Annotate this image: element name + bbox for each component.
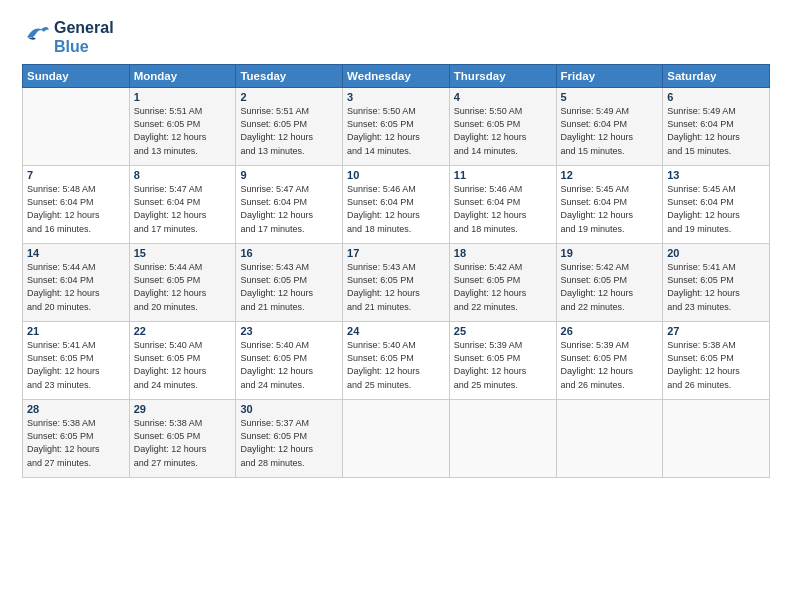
calendar-day-header: Tuesday (236, 65, 343, 88)
calendar-cell (449, 400, 556, 478)
day-number: 29 (134, 403, 232, 415)
day-info: Sunrise: 5:45 AM Sunset: 6:04 PM Dayligh… (667, 183, 765, 235)
day-number: 11 (454, 169, 552, 181)
calendar-cell: 27Sunrise: 5:38 AM Sunset: 6:05 PM Dayli… (663, 322, 770, 400)
calendar-week-row: 14Sunrise: 5:44 AM Sunset: 6:04 PM Dayli… (23, 244, 770, 322)
day-number: 3 (347, 91, 445, 103)
calendar-cell: 11Sunrise: 5:46 AM Sunset: 6:04 PM Dayli… (449, 166, 556, 244)
day-number: 18 (454, 247, 552, 259)
day-info: Sunrise: 5:38 AM Sunset: 6:05 PM Dayligh… (27, 417, 125, 469)
day-info: Sunrise: 5:42 AM Sunset: 6:05 PM Dayligh… (454, 261, 552, 313)
day-info: Sunrise: 5:41 AM Sunset: 6:05 PM Dayligh… (667, 261, 765, 313)
logo: General Blue (22, 18, 114, 56)
day-number: 14 (27, 247, 125, 259)
calendar-cell (556, 400, 663, 478)
day-info: Sunrise: 5:51 AM Sunset: 6:05 PM Dayligh… (240, 105, 338, 157)
day-info: Sunrise: 5:50 AM Sunset: 6:05 PM Dayligh… (454, 105, 552, 157)
calendar-week-row: 28Sunrise: 5:38 AM Sunset: 6:05 PM Dayli… (23, 400, 770, 478)
day-number: 15 (134, 247, 232, 259)
day-info: Sunrise: 5:47 AM Sunset: 6:04 PM Dayligh… (134, 183, 232, 235)
day-number: 21 (27, 325, 125, 337)
calendar-cell: 7Sunrise: 5:48 AM Sunset: 6:04 PM Daylig… (23, 166, 130, 244)
day-number: 7 (27, 169, 125, 181)
day-info: Sunrise: 5:37 AM Sunset: 6:05 PM Dayligh… (240, 417, 338, 469)
day-number: 27 (667, 325, 765, 337)
calendar-cell: 29Sunrise: 5:38 AM Sunset: 6:05 PM Dayli… (129, 400, 236, 478)
calendar-cell: 13Sunrise: 5:45 AM Sunset: 6:04 PM Dayli… (663, 166, 770, 244)
page: General Blue SundayMondayTuesdayWednesda… (0, 0, 792, 488)
day-number: 25 (454, 325, 552, 337)
day-info: Sunrise: 5:48 AM Sunset: 6:04 PM Dayligh… (27, 183, 125, 235)
calendar-cell: 26Sunrise: 5:39 AM Sunset: 6:05 PM Dayli… (556, 322, 663, 400)
day-info: Sunrise: 5:43 AM Sunset: 6:05 PM Dayligh… (240, 261, 338, 313)
day-info: Sunrise: 5:42 AM Sunset: 6:05 PM Dayligh… (561, 261, 659, 313)
calendar-week-row: 1Sunrise: 5:51 AM Sunset: 6:05 PM Daylig… (23, 88, 770, 166)
day-info: Sunrise: 5:46 AM Sunset: 6:04 PM Dayligh… (454, 183, 552, 235)
day-info: Sunrise: 5:44 AM Sunset: 6:05 PM Dayligh… (134, 261, 232, 313)
day-number: 28 (27, 403, 125, 415)
day-info: Sunrise: 5:47 AM Sunset: 6:04 PM Dayligh… (240, 183, 338, 235)
day-info: Sunrise: 5:40 AM Sunset: 6:05 PM Dayligh… (134, 339, 232, 391)
day-number: 22 (134, 325, 232, 337)
logo-blue: Blue (54, 37, 114, 56)
calendar-cell: 18Sunrise: 5:42 AM Sunset: 6:05 PM Dayli… (449, 244, 556, 322)
day-number: 23 (240, 325, 338, 337)
calendar-body: 1Sunrise: 5:51 AM Sunset: 6:05 PM Daylig… (23, 88, 770, 478)
calendar-cell: 3Sunrise: 5:50 AM Sunset: 6:05 PM Daylig… (343, 88, 450, 166)
day-number: 20 (667, 247, 765, 259)
calendar-cell: 9Sunrise: 5:47 AM Sunset: 6:04 PM Daylig… (236, 166, 343, 244)
calendar-cell (23, 88, 130, 166)
day-number: 26 (561, 325, 659, 337)
calendar-table: SundayMondayTuesdayWednesdayThursdayFrid… (22, 64, 770, 478)
calendar-day-header: Friday (556, 65, 663, 88)
day-number: 24 (347, 325, 445, 337)
calendar-cell: 23Sunrise: 5:40 AM Sunset: 6:05 PM Dayli… (236, 322, 343, 400)
day-number: 4 (454, 91, 552, 103)
calendar-day-header: Monday (129, 65, 236, 88)
day-info: Sunrise: 5:41 AM Sunset: 6:05 PM Dayligh… (27, 339, 125, 391)
calendar-cell: 30Sunrise: 5:37 AM Sunset: 6:05 PM Dayli… (236, 400, 343, 478)
day-number: 10 (347, 169, 445, 181)
day-number: 2 (240, 91, 338, 103)
day-info: Sunrise: 5:43 AM Sunset: 6:05 PM Dayligh… (347, 261, 445, 313)
calendar-cell: 16Sunrise: 5:43 AM Sunset: 6:05 PM Dayli… (236, 244, 343, 322)
day-number: 5 (561, 91, 659, 103)
logo-general: General (54, 18, 114, 37)
calendar-cell: 21Sunrise: 5:41 AM Sunset: 6:05 PM Dayli… (23, 322, 130, 400)
day-number: 19 (561, 247, 659, 259)
calendar-cell: 17Sunrise: 5:43 AM Sunset: 6:05 PM Dayli… (343, 244, 450, 322)
calendar-cell: 14Sunrise: 5:44 AM Sunset: 6:04 PM Dayli… (23, 244, 130, 322)
day-info: Sunrise: 5:49 AM Sunset: 6:04 PM Dayligh… (667, 105, 765, 157)
day-number: 8 (134, 169, 232, 181)
calendar-cell: 6Sunrise: 5:49 AM Sunset: 6:04 PM Daylig… (663, 88, 770, 166)
day-number: 9 (240, 169, 338, 181)
day-info: Sunrise: 5:40 AM Sunset: 6:05 PM Dayligh… (347, 339, 445, 391)
day-info: Sunrise: 5:51 AM Sunset: 6:05 PM Dayligh… (134, 105, 232, 157)
calendar-day-header: Saturday (663, 65, 770, 88)
day-info: Sunrise: 5:39 AM Sunset: 6:05 PM Dayligh… (454, 339, 552, 391)
logo-bird-icon (22, 19, 50, 55)
calendar-cell: 20Sunrise: 5:41 AM Sunset: 6:05 PM Dayli… (663, 244, 770, 322)
day-number: 6 (667, 91, 765, 103)
calendar-day-header: Wednesday (343, 65, 450, 88)
day-info: Sunrise: 5:40 AM Sunset: 6:05 PM Dayligh… (240, 339, 338, 391)
day-info: Sunrise: 5:38 AM Sunset: 6:05 PM Dayligh… (667, 339, 765, 391)
day-number: 17 (347, 247, 445, 259)
calendar-day-header: Thursday (449, 65, 556, 88)
calendar-cell: 4Sunrise: 5:50 AM Sunset: 6:05 PM Daylig… (449, 88, 556, 166)
calendar-cell (343, 400, 450, 478)
day-number: 13 (667, 169, 765, 181)
day-info: Sunrise: 5:49 AM Sunset: 6:04 PM Dayligh… (561, 105, 659, 157)
day-number: 12 (561, 169, 659, 181)
calendar-cell: 2Sunrise: 5:51 AM Sunset: 6:05 PM Daylig… (236, 88, 343, 166)
day-number: 1 (134, 91, 232, 103)
calendar-cell: 15Sunrise: 5:44 AM Sunset: 6:05 PM Dayli… (129, 244, 236, 322)
day-info: Sunrise: 5:50 AM Sunset: 6:05 PM Dayligh… (347, 105, 445, 157)
day-info: Sunrise: 5:45 AM Sunset: 6:04 PM Dayligh… (561, 183, 659, 235)
calendar-cell: 1Sunrise: 5:51 AM Sunset: 6:05 PM Daylig… (129, 88, 236, 166)
calendar-day-header: Sunday (23, 65, 130, 88)
day-number: 30 (240, 403, 338, 415)
day-info: Sunrise: 5:44 AM Sunset: 6:04 PM Dayligh… (27, 261, 125, 313)
day-number: 16 (240, 247, 338, 259)
calendar-header-row: SundayMondayTuesdayWednesdayThursdayFrid… (23, 65, 770, 88)
